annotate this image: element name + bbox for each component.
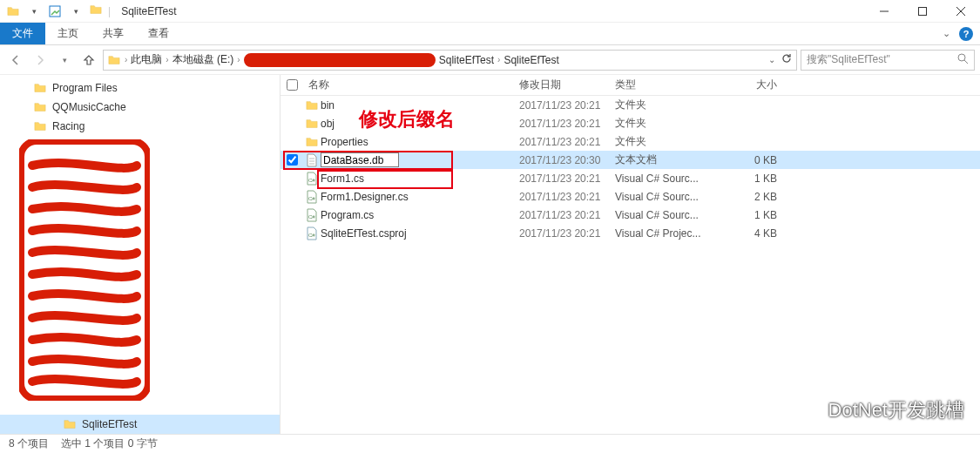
chevron-right-icon[interactable]: › bbox=[166, 55, 168, 64]
minimize-button[interactable] bbox=[865, 0, 903, 23]
help-icon[interactable]: ? bbox=[959, 27, 973, 41]
table-row[interactable]: C#SqliteEfTest.csproj2017/11/23 20:21Vis… bbox=[280, 224, 980, 242]
svg-text:C#: C# bbox=[308, 196, 315, 201]
file-date: 2017/11/23 20:21 bbox=[519, 227, 615, 240]
tab-home[interactable]: 主页 bbox=[45, 23, 91, 44]
file-list: 名称 修改日期 类型 大小 bin2017/11/23 20:21文件夹obj2… bbox=[280, 75, 980, 434]
svg-line-6 bbox=[964, 60, 968, 64]
file-size: 1 KB bbox=[728, 209, 784, 221]
refresh-icon[interactable] bbox=[781, 52, 793, 67]
nav-row: ▾ › 此电脑 › 本地磁盘 (E:) › SqliteEfTest › Sql… bbox=[0, 45, 980, 75]
file-type: 文件夹 bbox=[615, 98, 728, 112]
row-checkbox[interactable] bbox=[287, 154, 298, 166]
crumb-folder2[interactable]: SqliteEfTest bbox=[504, 54, 558, 66]
column-size[interactable]: 大小 bbox=[728, 78, 784, 92]
file-tab[interactable]: 文件 bbox=[0, 23, 45, 44]
crumb-drive[interactable]: 本地磁盘 (E:) bbox=[172, 52, 234, 67]
sidebar-item[interactable]: Racing bbox=[0, 117, 280, 136]
table-row[interactable]: bin2017/11/23 20:21文件夹 bbox=[280, 96, 980, 114]
file-type: Visual C# Sourc... bbox=[615, 172, 728, 185]
search-icon bbox=[957, 53, 969, 67]
table-row[interactable]: Properties2017/11/23 20:21文件夹 bbox=[280, 132, 980, 151]
qat-dropdown-2[interactable]: ▾ bbox=[68, 3, 84, 19]
search-placeholder: 搜索"SqliteEfTest" bbox=[807, 52, 890, 67]
folder-icon bbox=[33, 120, 47, 132]
file-name: bin bbox=[321, 99, 335, 112]
chevron-right-icon[interactable]: › bbox=[497, 55, 500, 64]
sidebar-item[interactable]: QQMusicCache bbox=[0, 98, 280, 117]
file-size: 1 KB bbox=[728, 172, 784, 185]
folder-icon[interactable] bbox=[5, 3, 21, 19]
main-area: Program Files QQMusicCache Racing bbox=[0, 75, 980, 434]
crumb-this-pc[interactable]: 此电脑 bbox=[131, 52, 162, 67]
redacted-path bbox=[244, 53, 436, 67]
sidebar-item[interactable]: Program Files bbox=[0, 78, 280, 98]
window-title: SqliteEfTest bbox=[121, 5, 176, 17]
file-date: 2017/11/23 20:21 bbox=[519, 118, 615, 130]
tab-view[interactable]: 查看 bbox=[136, 23, 181, 44]
file-icon: C# bbox=[303, 226, 321, 240]
sidebar-item-label: QQMusicCache bbox=[52, 101, 126, 113]
forward-button[interactable] bbox=[30, 50, 51, 71]
file-type: Visual C# Sourc... bbox=[615, 191, 728, 203]
table-row[interactable]: C#Form1.Designer.cs2017/11/23 20:21Visua… bbox=[280, 187, 980, 206]
status-selection: 选中 1 个项目 0 字节 bbox=[61, 436, 158, 451]
file-date: 2017/11/23 20:21 bbox=[519, 209, 615, 221]
table-row[interactable]: 2017/11/23 20:30文本文档0 KB bbox=[280, 151, 980, 169]
svg-text:C#: C# bbox=[308, 178, 315, 183]
file-type: 文件夹 bbox=[615, 116, 728, 131]
file-name: Program.cs bbox=[321, 209, 374, 221]
folder-icon bbox=[303, 118, 321, 130]
table-row[interactable]: C#Program.cs2017/11/23 20:21Visual C# So… bbox=[280, 206, 980, 224]
qat-properties[interactable] bbox=[47, 3, 63, 19]
folder-icon bbox=[33, 101, 47, 113]
search-input[interactable]: 搜索"SqliteEfTest" bbox=[801, 50, 975, 71]
column-type[interactable]: 类型 bbox=[615, 78, 728, 92]
sidebar-item-label: SqliteEfTest bbox=[82, 418, 137, 430]
titlebar: ▾ ▾ | SqliteEfTest bbox=[0, 0, 980, 23]
chevron-right-icon[interactable]: › bbox=[125, 55, 127, 64]
crumb-folder1[interactable]: SqliteEfTest bbox=[439, 54, 494, 66]
column-date[interactable]: 修改日期 bbox=[519, 78, 615, 92]
file-icon bbox=[303, 153, 321, 167]
column-name[interactable]: 名称 bbox=[303, 78, 519, 92]
folder-icon bbox=[33, 82, 47, 94]
qat-dropdown[interactable]: ▾ bbox=[26, 3, 42, 19]
maximize-button[interactable] bbox=[903, 0, 942, 23]
sidebar-item-selected[interactable]: SqliteEfTest bbox=[0, 415, 280, 434]
folder-icon bbox=[303, 99, 321, 112]
folder-icon bbox=[63, 418, 77, 430]
file-date: 2017/11/23 20:21 bbox=[519, 136, 615, 148]
file-size: 2 KB bbox=[728, 191, 784, 203]
file-type: Visual C# Sourc... bbox=[615, 209, 728, 221]
file-name: obj bbox=[321, 118, 335, 130]
recent-dropdown[interactable]: ▾ bbox=[54, 50, 75, 71]
folder-icon bbox=[303, 136, 321, 148]
file-icon: C# bbox=[303, 172, 321, 186]
svg-point-5 bbox=[958, 54, 965, 61]
close-button[interactable] bbox=[942, 0, 980, 23]
tab-share[interactable]: 共享 bbox=[91, 23, 136, 44]
table-row[interactable]: obj2017/11/23 20:21文件夹 bbox=[280, 114, 980, 132]
svg-text:C#: C# bbox=[308, 233, 315, 238]
status-bar: 8 个项目 选中 1 个项目 0 字节 bbox=[0, 434, 980, 453]
column-headers: 名称 修改日期 类型 大小 bbox=[280, 75, 980, 96]
up-button[interactable] bbox=[78, 50, 99, 71]
ribbon: 文件 主页 共享 查看 ⌄ ? bbox=[0, 23, 980, 45]
folder-icon bbox=[107, 54, 121, 66]
rename-input[interactable] bbox=[321, 152, 399, 167]
file-date: 2017/11/23 20:30 bbox=[519, 154, 615, 166]
file-type: Visual C# Projec... bbox=[615, 227, 728, 240]
chevron-right-icon[interactable]: › bbox=[237, 55, 240, 64]
file-icon: C# bbox=[303, 208, 321, 222]
address-bar[interactable]: › 此电脑 › 本地磁盘 (E:) › SqliteEfTest › Sqlit… bbox=[103, 50, 797, 71]
back-button[interactable] bbox=[5, 50, 26, 71]
file-icon: C# bbox=[303, 190, 321, 204]
ribbon-expand-icon[interactable]: ⌄ bbox=[943, 28, 950, 39]
file-type: 文件夹 bbox=[615, 134, 728, 149]
file-date: 2017/11/23 20:21 bbox=[519, 172, 615, 185]
address-dropdown-icon[interactable]: ⌄ bbox=[768, 55, 775, 64]
table-row[interactable]: C#Form1.cs2017/11/23 20:21Visual C# Sour… bbox=[280, 169, 980, 187]
select-all-checkbox[interactable] bbox=[287, 79, 298, 91]
file-name: SqliteEfTest.csproj bbox=[321, 227, 407, 240]
